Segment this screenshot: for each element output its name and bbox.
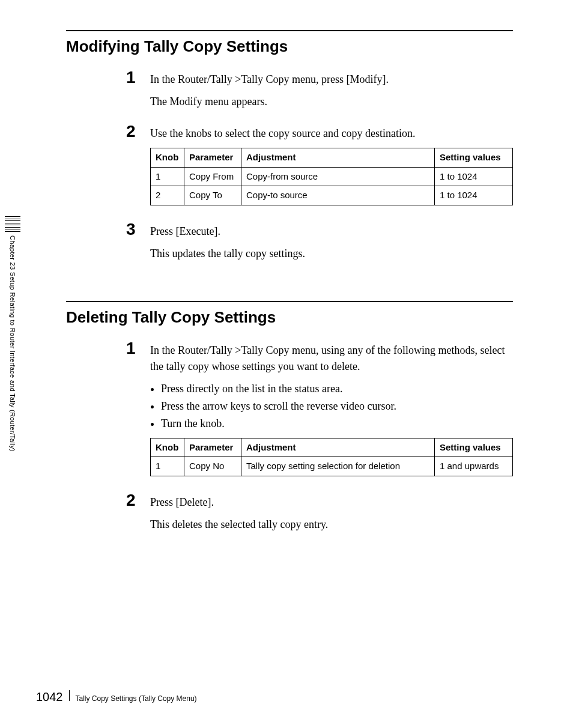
table-cell: Copy From xyxy=(184,167,241,186)
table-header: Parameter xyxy=(184,148,241,168)
step-body: Press [Delete]. This deletes the selecte… xyxy=(150,492,513,539)
table-header: Setting values xyxy=(435,148,513,168)
step-number: 1 xyxy=(126,69,150,86)
step-text: This deletes the selected tally copy ent… xyxy=(150,517,513,533)
table-header: Parameter xyxy=(184,438,241,457)
step-body: In the Router/Tally >Tally Copy menu, pr… xyxy=(150,69,513,116)
table-cell: 2 xyxy=(151,186,184,205)
sidebar-chapter-label: Chapter 23 Setup Relating to Router Inte… xyxy=(9,235,16,452)
knob-table: Knob Parameter Adjustment Setting values… xyxy=(150,148,513,205)
step-text: Press [Execute]. xyxy=(150,223,513,240)
table-row: 1 Copy From Copy-from source 1 to 1024 xyxy=(151,167,513,186)
step-text: The Modify menu appears. xyxy=(150,94,513,110)
step: 1 In the Router/Tally >Tally Copy menu, … xyxy=(126,69,513,116)
table-cell: Tally copy setting selection for deletio… xyxy=(241,457,435,476)
footer-title: Tally Copy Settings (Tally Copy Menu) xyxy=(76,694,197,703)
step-bullets: Press directly on the list in the status… xyxy=(150,381,513,432)
section-modifying: Modifying Tally Copy Settings 1 In the R… xyxy=(66,30,513,268)
step: 1 In the Router/Tally >Tally Copy menu, … xyxy=(126,340,513,485)
table-cell: Copy-to source xyxy=(241,186,435,205)
section-heading: Modifying Tally Copy Settings xyxy=(66,30,513,56)
table-cell: Copy To xyxy=(184,186,241,205)
table-header: Adjustment xyxy=(241,438,435,457)
page-number: 1042 xyxy=(36,690,63,704)
step-body: Press [Execute]. This updates the tally … xyxy=(150,221,513,268)
step-text: This updates the tally copy settings. xyxy=(150,246,513,262)
step: 3 Press [Execute]. This updates the tall… xyxy=(126,221,513,268)
step-text: In the Router/Tally >Tally Copy menu, pr… xyxy=(150,71,513,88)
step-text: In the Router/Tally >Tally Copy menu, us… xyxy=(150,342,513,375)
knob-table: Knob Parameter Adjustment Setting values… xyxy=(150,438,513,476)
step-number: 2 xyxy=(126,123,150,140)
step-text: Use the knobs to select the copy source … xyxy=(150,126,513,142)
step-text: Press [Delete]. xyxy=(150,494,513,511)
section-deleting: Deleting Tally Copy Settings 1 In the Ro… xyxy=(66,301,513,539)
table-cell: Copy No xyxy=(184,457,241,476)
step-number: 3 xyxy=(126,221,150,238)
bullet-item: Press the arrow keys to scroll the rever… xyxy=(161,398,513,414)
table-row: 1 Copy No Tally copy setting selection f… xyxy=(151,457,513,476)
step-number: 1 xyxy=(126,340,150,357)
page-content: Modifying Tally Copy Settings 1 In the R… xyxy=(0,0,573,570)
page-footer: 1042 Tally Copy Settings (Tally Copy Men… xyxy=(36,690,197,704)
table-cell: Copy-from source xyxy=(241,167,435,186)
table-row: 2 Copy To Copy-to source 1 to 1024 xyxy=(151,186,513,205)
sidebar-chapter-marker: Chapter 23 Setup Relating to Router Inte… xyxy=(5,216,20,451)
table-header: Knob xyxy=(151,148,184,168)
sidebar-ornament xyxy=(5,216,20,232)
step-number: 2 xyxy=(126,492,150,509)
bullet-item: Turn the knob. xyxy=(161,416,513,432)
step-body: Use the knobs to select the copy source … xyxy=(150,123,513,214)
step-body: In the Router/Tally >Tally Copy menu, us… xyxy=(150,340,513,485)
table-cell: 1 xyxy=(151,457,184,476)
bullet-item: Press directly on the list in the status… xyxy=(161,381,513,397)
table-cell: 1 to 1024 xyxy=(435,186,513,205)
step: 2 Press [Delete]. This deletes the selec… xyxy=(126,492,513,539)
table-cell: 1 to 1024 xyxy=(435,167,513,186)
section-heading: Deleting Tally Copy Settings xyxy=(66,301,513,327)
table-header: Setting values xyxy=(435,438,513,457)
step: 2 Use the knobs to select the copy sourc… xyxy=(126,123,513,214)
table-cell: 1 xyxy=(151,167,184,186)
footer-divider xyxy=(69,690,70,701)
table-cell: 1 and upwards xyxy=(435,457,513,476)
table-header: Knob xyxy=(151,438,184,457)
table-header: Adjustment xyxy=(241,148,435,168)
